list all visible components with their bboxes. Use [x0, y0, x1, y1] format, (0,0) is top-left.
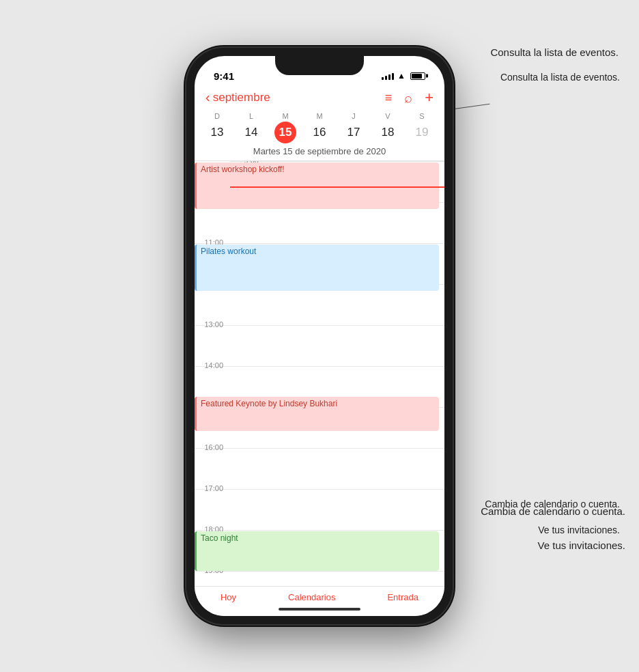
iphone-screen: 9:41 ▲ ‹ sep	[195, 56, 444, 616]
signal-icon	[382, 72, 394, 80]
day-names-row: D L M M J V S	[200, 112, 439, 122]
callout-bottom: Ve tus invitaciones.	[538, 540, 625, 551]
list-view-icon[interactable]: ≡	[385, 91, 393, 105]
iphone-frame: 9:41 ▲ ‹ sep	[186, 48, 453, 624]
day-13[interactable]: 13	[200, 122, 234, 143]
callout-top: Consulta la lista de eventos.	[490, 46, 619, 58]
back-chevron-icon: ‹	[205, 89, 210, 105]
event-keynote[interactable]: Featured Keynote by Lindsey Bukhari	[195, 397, 439, 431]
nav-icons: ≡ ⌕ +	[385, 89, 434, 107]
home-indicator	[279, 608, 360, 611]
annotation-middle: Cambia de calendario o cuenta.	[485, 499, 620, 509]
hour-row-19: 19:00	[195, 571, 444, 586]
event-artist-workshop[interactable]: Artist workshop kickoff!	[195, 163, 439, 209]
add-event-icon[interactable]: +	[425, 89, 434, 107]
notch	[275, 56, 364, 75]
day-name-tue: M	[268, 112, 302, 122]
date-subtitle: Martes 15 de septiembre de 2020	[200, 143, 439, 160]
status-icons: ▲	[382, 71, 425, 81]
tab-hoy[interactable]: Hoy	[221, 592, 236, 602]
day-name-thu: J	[337, 112, 371, 122]
tab-bar: Hoy Calendarios Entrada	[195, 586, 444, 616]
annotation-bottom: Ve tus invitaciones.	[538, 524, 620, 535]
event-pilates[interactable]: Pilates workout	[195, 244, 439, 291]
day-16[interactable]: 16	[302, 122, 337, 143]
hour-label-16: 16:00	[195, 443, 227, 451]
status-time: 9:41	[214, 70, 234, 82]
day-name-fri: V	[371, 112, 405, 122]
day-name-wed: M	[302, 112, 337, 122]
back-button[interactable]: ‹ septiembre	[205, 90, 270, 105]
day-numbers-row: 13 14 15 16 17 18 19	[200, 122, 439, 143]
day-14[interactable]: 14	[234, 122, 268, 143]
search-icon[interactable]: ⌕	[404, 90, 412, 106]
nav-bar: ‹ septiembre ≡ ⌕ +	[195, 86, 444, 112]
current-time-line	[230, 186, 444, 188]
day-18[interactable]: 18	[371, 122, 405, 143]
tab-entrada[interactable]: Entrada	[387, 592, 418, 602]
hour-label-17: 17:00	[195, 484, 227, 492]
page-wrapper: Consulta la lista de eventos. Cambia de …	[0, 0, 639, 672]
day-name-sat: S	[405, 112, 439, 122]
hour-label-14: 14:00	[195, 361, 227, 369]
time-grid: 9:00 10:00 11:00 12:00 13:00 1	[195, 161, 444, 586]
day-17[interactable]: 17	[337, 122, 371, 143]
event-taco-night[interactable]: Taco night	[195, 531, 439, 571]
wifi-icon: ▲	[397, 71, 406, 81]
battery-icon	[410, 72, 425, 80]
week-header: D L M M J V S 13 14 15 16 17 18 19	[195, 112, 444, 160]
day-15[interactable]: 15	[268, 122, 302, 143]
day-19[interactable]: 19	[405, 122, 439, 143]
calendar-scroll[interactable]: 9:00 10:00 11:00 12:00 13:00 1	[195, 161, 444, 586]
day-name-sun: D	[200, 112, 234, 122]
hour-label-13: 13:00	[195, 320, 227, 328]
back-label[interactable]: septiembre	[213, 91, 270, 104]
annotation-top: Consulta la lista de eventos.	[500, 72, 620, 83]
hour-row-13: 13:00	[195, 325, 444, 366]
hour-row-17: 17:00	[195, 489, 444, 530]
day-name-mon: L	[234, 112, 268, 122]
tab-calendarios[interactable]: Calendarios	[288, 592, 335, 602]
hour-row-16: 16:00	[195, 448, 444, 489]
